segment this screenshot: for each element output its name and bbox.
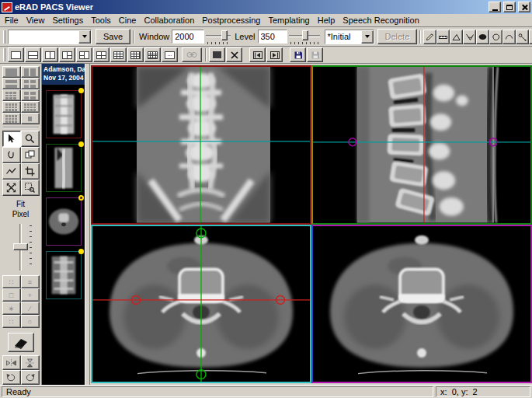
layout-2rows-button[interactable] [25, 47, 41, 62]
crop-tool-button[interactable] [21, 163, 40, 180]
viewport-sagittal[interactable] [311, 65, 532, 225]
toolbar-grip[interactable] [3, 30, 5, 44]
viewport-grid [90, 64, 532, 385]
single-image-mode-button[interactable] [209, 47, 225, 62]
series-combo[interactable] [8, 30, 92, 44]
magnify-tool-button[interactable] [21, 131, 40, 147]
pixel-label[interactable]: Pixel [12, 210, 30, 220]
window-slider[interactable] [204, 30, 232, 44]
layout-3x4-button[interactable] [127, 47, 144, 62]
level-slider-thumb[interactable] [302, 30, 308, 40]
pencil-tool-button[interactable] [423, 30, 436, 44]
curve-tool-button[interactable] [502, 30, 516, 44]
grid-4x3-alt-button[interactable] [21, 101, 40, 113]
text-tool-button[interactable]: T [529, 30, 532, 44]
series-status-ring [78, 195, 84, 201]
delete-preset-button[interactable]: Delete [377, 29, 418, 44]
close-button[interactable] [518, 2, 530, 12]
minimize-button[interactable] [489, 2, 501, 12]
wl-preset-combo[interactable]: *Initial [325, 30, 374, 44]
viewport-coronal[interactable] [91, 65, 311, 225]
menu-settings[interactable]: Settings [48, 14, 87, 26]
layout-1plus2-button[interactable] [59, 47, 75, 62]
disabled-tool-button-3[interactable]: □ [2, 288, 21, 302]
window-slider-thumb[interactable] [221, 30, 228, 40]
menu-file[interactable]: File [1, 14, 23, 26]
polyline-tool-button[interactable] [2, 163, 21, 180]
grid-single-small-button[interactable] [21, 113, 40, 124]
layout-1x1-button[interactable] [8, 47, 24, 62]
viewport-axial-reference[interactable] [311, 225, 532, 384]
grid-1x1-button[interactable] [2, 66, 21, 78]
menu-help[interactable]: Help [314, 14, 339, 26]
zoom-region-tool-button[interactable] [21, 180, 40, 196]
disabled-tool-button-2[interactable]: ≡ [21, 275, 40, 288]
disabled-tool-button-8[interactable]: ○ [21, 315, 40, 328]
disabled-tool-button-7[interactable]: ∷ [2, 315, 21, 328]
panel-divider[interactable] [85, 64, 90, 385]
attachment-tool-button[interactable] [2, 147, 21, 163]
disabled-tool-button-6[interactable]: ⁄ [21, 302, 40, 315]
probe-tool-button[interactable] [516, 30, 529, 44]
ruler-tool-button[interactable] [436, 30, 450, 44]
layout-3x3-button[interactable] [110, 47, 127, 62]
menu-view[interactable]: View [23, 14, 49, 26]
select-tool-button[interactable] [2, 131, 21, 147]
viewport-axial-active[interactable] [91, 225, 311, 384]
menu-postprocessing[interactable]: Postprocessing [198, 14, 264, 26]
window-value-input[interactable] [172, 30, 204, 44]
close-series-button[interactable] [226, 47, 242, 62]
toolbar-grip[interactable] [3, 48, 5, 61]
series-thumbnail-coronal-2[interactable] [46, 251, 82, 299]
series-thumbnail-coronal[interactable] [46, 90, 82, 138]
previous-image-button[interactable] [249, 47, 266, 62]
menu-templating[interactable]: Templating [265, 14, 314, 26]
eraser-button[interactable] [8, 333, 34, 352]
flip-horizontal-button[interactable] [2, 355, 21, 370]
layout-custom-button[interactable]: ... [162, 47, 178, 62]
series-thumbnail-sagittal[interactable] [46, 144, 82, 192]
grid-4x4-button[interactable] [2, 113, 21, 124]
fit-label[interactable]: Fit [12, 200, 30, 210]
menu-collaboration[interactable]: Collaboration [140, 14, 198, 26]
layout-4x4-button[interactable] [144, 47, 161, 62]
disabled-tool-button-4[interactable]: + [21, 288, 40, 302]
pan-tool-button[interactable] [2, 180, 21, 196]
maximize-restore-button[interactable] [503, 2, 516, 12]
menu-cine[interactable]: Cine [115, 14, 141, 26]
rotate-right-button[interactable] [21, 370, 40, 385]
grid-2cols-button[interactable] [21, 66, 40, 78]
chevron-down-icon[interactable] [361, 30, 374, 44]
chevron-down-icon[interactable] [78, 30, 91, 44]
grid-2x2-button[interactable] [21, 78, 40, 89]
flip-vertical-button[interactable] [21, 355, 40, 370]
grid-3x3-button[interactable] [2, 89, 21, 101]
next-image-button[interactable] [266, 47, 283, 62]
layout-2cols-button[interactable] [42, 47, 58, 62]
disabled-tool-button-1[interactable]: ∷ [2, 275, 21, 288]
menu-tools[interactable]: Tools [87, 14, 115, 26]
ellipse-tool-button[interactable] [476, 30, 489, 44]
level-slider[interactable] [287, 30, 322, 44]
zoom-slider[interactable] [8, 222, 34, 272]
grid-4x3-button[interactable] [2, 101, 21, 113]
grid-2x3-button[interactable] [21, 89, 40, 101]
disabled-tool-button-5[interactable]: ∗ [2, 302, 21, 315]
save-button[interactable]: Save [96, 29, 130, 44]
freehand-roi-tool-button[interactable] [489, 30, 502, 44]
save-state-disabled-button[interactable] [307, 47, 323, 62]
save-state-button[interactable] [290, 47, 306, 62]
protractor-tool-button[interactable] [450, 30, 463, 44]
layout-2plus1-button[interactable] [76, 47, 92, 62]
link-series-button[interactable] [182, 47, 202, 62]
level-value-input[interactable] [258, 30, 287, 44]
series-thumbnail-axial[interactable] [46, 197, 82, 246]
coronal-ct-image [92, 67, 310, 223]
zoom-slider-thumb[interactable] [13, 243, 28, 250]
window-level-tool-button[interactable] [21, 147, 40, 163]
angle-tool-button[interactable] [463, 30, 476, 44]
menu-speech-recognition[interactable]: Speech Recognition [339, 14, 422, 26]
layout-2x2-button[interactable] [93, 47, 110, 62]
grid-2rows-button[interactable] [2, 78, 21, 89]
rotate-left-button[interactable] [2, 370, 21, 385]
